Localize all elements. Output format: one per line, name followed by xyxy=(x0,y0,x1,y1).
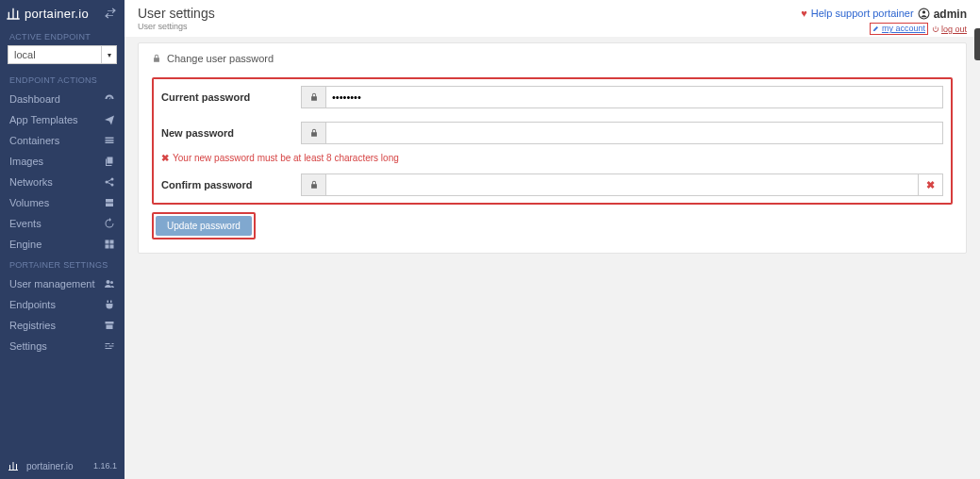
sidebar-item-label: Settings xyxy=(9,340,104,352)
grid-icon xyxy=(104,239,115,250)
sidebar-footer: portainer.io 1.16.1 xyxy=(0,456,125,475)
brand-name: portainer.io xyxy=(25,7,89,21)
side-tab[interactable] xyxy=(974,28,980,60)
sidebar-item-label: Images xyxy=(9,156,104,167)
portainer-icon xyxy=(6,6,21,21)
active-endpoint-label: ACTIVE ENDPOINT xyxy=(0,26,125,45)
hdd-icon xyxy=(104,197,115,208)
password-form-highlight: Current password New password xyxy=(152,77,953,205)
sidebar-item-label: Events xyxy=(9,218,104,229)
sidebar-item-label: Networks xyxy=(9,176,104,188)
sidebar-item-containers[interactable]: Containers xyxy=(0,130,125,151)
sidebar-item-label: Volumes xyxy=(9,197,104,208)
sidebar-item-label: App Templates xyxy=(9,114,104,125)
pencil-icon xyxy=(872,25,880,32)
lock-icon xyxy=(152,54,161,63)
update-password-button[interactable]: Update password xyxy=(156,216,252,236)
main-content: User settings User settings ♥ Help suppo… xyxy=(125,0,980,479)
swap-icon[interactable] xyxy=(104,7,117,20)
sidebar-item-dashboard[interactable]: Dashboard xyxy=(0,89,125,109)
sidebar-item-label: User management xyxy=(9,278,104,289)
sidebar-item-label: Engine xyxy=(9,239,104,250)
password-hint: ✖ Your new password must be at least 8 c… xyxy=(154,151,951,167)
list-icon xyxy=(104,135,115,146)
page-title: User settings xyxy=(138,6,215,21)
logout-link[interactable]: log out xyxy=(932,25,967,34)
sidebar-item-label: Containers xyxy=(9,135,104,146)
sidebar-item-app-templates[interactable]: App Templates xyxy=(0,109,125,130)
svg-point-6 xyxy=(922,10,925,13)
sidebar-item-volumes[interactable]: Volumes xyxy=(0,192,125,213)
sidebar-item-images[interactable]: Images xyxy=(0,151,125,172)
portainer-settings-label: PORTAINER SETTINGS xyxy=(0,255,125,273)
confirm-password-label: Confirm password xyxy=(161,179,301,190)
my-account-link[interactable]: my account xyxy=(872,24,925,33)
history-icon xyxy=(104,218,115,229)
lock-icon xyxy=(301,86,325,108)
endpoint-actions-label: ENDPOINT ACTIONS xyxy=(0,70,125,89)
svg-point-4 xyxy=(110,281,113,284)
version-text: 1.16.1 xyxy=(93,461,117,471)
help-support-link[interactable]: Help support portainer xyxy=(811,8,914,19)
brand-logo[interactable]: portainer.io xyxy=(6,6,89,21)
portainer-icon xyxy=(8,460,19,471)
archive-icon xyxy=(104,320,115,331)
panel-title: Change user password xyxy=(167,53,274,64)
plane-icon xyxy=(104,114,115,125)
sidebar-item-label: Registries xyxy=(9,320,104,331)
share-icon xyxy=(104,176,115,188)
confirm-password-input[interactable] xyxy=(325,173,919,196)
sidebar-item-networks[interactable]: Networks xyxy=(0,172,125,192)
sidebar-item-engine[interactable]: Engine xyxy=(0,234,125,255)
lock-icon xyxy=(301,122,325,144)
username: admin xyxy=(934,8,967,21)
x-icon: ✖ xyxy=(161,153,169,163)
sidebar-item-settings[interactable]: Settings xyxy=(0,336,125,356)
new-password-input[interactable] xyxy=(325,122,943,144)
sidebar-item-label: Dashboard xyxy=(9,93,104,105)
svg-point-3 xyxy=(107,280,110,284)
endpoint-select[interactable]: ▾ xyxy=(8,45,117,64)
sidebar: portainer.io ACTIVE ENDPOINT ▾ ENDPOINT … xyxy=(0,0,125,479)
breadcrumb: User settings xyxy=(138,22,215,31)
copy-icon xyxy=(104,156,115,167)
power-icon xyxy=(932,25,939,33)
users-icon xyxy=(104,278,115,289)
change-password-panel: Change user password Current password xyxy=(138,42,967,254)
dashboard-icon xyxy=(104,93,115,105)
mismatch-x-icon: ✖ xyxy=(919,173,943,196)
topbar: User settings User settings ♥ Help suppo… xyxy=(125,0,980,37)
lock-icon xyxy=(301,173,325,196)
heart-icon: ♥ xyxy=(801,8,807,19)
plug-icon xyxy=(104,299,115,310)
user-circle-icon xyxy=(918,8,930,20)
sidebar-item-label: Endpoints xyxy=(9,299,104,310)
update-button-highlight: Update password xyxy=(152,212,256,240)
footer-brand: portainer.io xyxy=(26,461,73,471)
current-password-label: Current password xyxy=(161,91,301,103)
sidebar-item-endpoints[interactable]: Endpoints xyxy=(0,294,125,315)
chevron-down-icon[interactable]: ▾ xyxy=(102,45,117,64)
current-password-input[interactable] xyxy=(325,86,943,108)
new-password-label: New password xyxy=(161,127,301,139)
sidebar-item-user-management[interactable]: User management xyxy=(0,273,125,294)
sliders-icon xyxy=(104,340,115,352)
endpoint-value[interactable] xyxy=(8,45,102,64)
sidebar-item-registries[interactable]: Registries xyxy=(0,315,125,336)
sidebar-item-events[interactable]: Events xyxy=(0,213,125,234)
